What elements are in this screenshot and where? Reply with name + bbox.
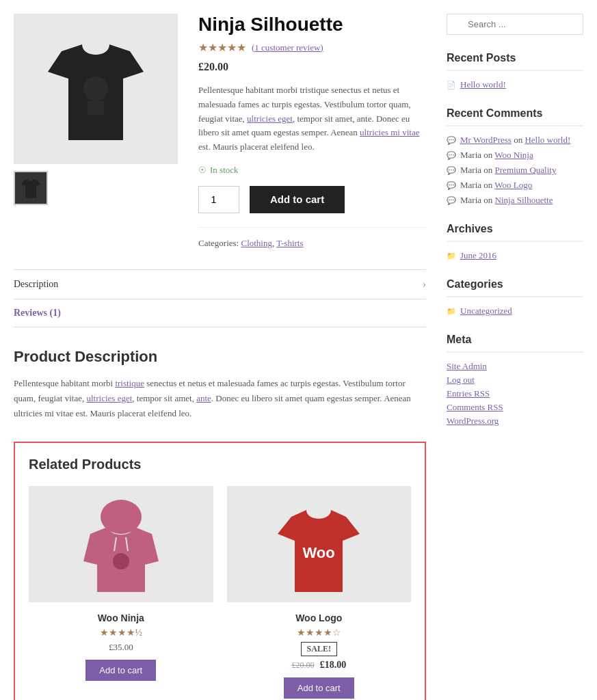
- comment-icon-0: 💬: [447, 136, 456, 145]
- related-products-heading: Related Products: [29, 457, 411, 472]
- woo-tshirt-svg: Woo: [271, 493, 367, 595]
- woo-ninja-image: [29, 486, 213, 602]
- add-to-cart-button[interactable]: Add to cart: [250, 186, 345, 213]
- svg-point-0: [83, 77, 108, 101]
- comment-item-3: 💬 Maria on Woo Logo: [447, 180, 583, 191]
- ultricies-link[interactable]: ultricies eget: [247, 113, 293, 124]
- tristique-link[interactable]: tristique: [115, 378, 144, 388]
- comment-post-1-link[interactable]: Woo Ninja: [494, 150, 533, 160]
- sale-badge: SALE!: [301, 642, 337, 656]
- comment-sep-2: on: [483, 165, 492, 175]
- svg-text:Woo: Woo: [303, 544, 335, 561]
- tab-description[interactable]: Description ›: [14, 270, 426, 299]
- woo-logo-stars: ★★★★☆: [227, 627, 412, 638]
- comment-sep-0: on: [514, 135, 522, 145]
- meta-heading: Meta: [447, 334, 583, 353]
- comment-sep-4: on: [483, 195, 492, 205]
- product-title: Ninja Silhouette: [198, 14, 426, 36]
- review-link[interactable]: (1 customer review): [252, 42, 323, 53]
- search-wrapper: 🔍: [447, 14, 583, 35]
- comment-icon-1: 💬: [447, 151, 456, 160]
- meta-log-out: Log out: [447, 375, 583, 386]
- sidebar-recent-posts: Recent Posts 📄 Hello world!: [447, 52, 583, 90]
- recent-posts-heading: Recent Posts: [447, 52, 583, 71]
- meta-site-admin: Site Admin: [447, 361, 583, 372]
- quantity-input[interactable]: [198, 186, 239, 213]
- log-out-link[interactable]: Log out: [447, 375, 475, 385]
- product-description-heading: Product Description: [14, 348, 426, 366]
- meta-links: Site Admin Log out Entries RSS Comments …: [447, 361, 583, 427]
- comment-item-1: 💬 Maria on Woo Ninja: [447, 150, 583, 161]
- comments-rss-link[interactable]: Comments RSS: [447, 402, 503, 412]
- comment-post-2-link[interactable]: Premium Quality: [495, 165, 557, 175]
- ultricies-link3[interactable]: ultricies eget: [87, 393, 133, 403]
- ultricies-link2[interactable]: ultricies mi vitae: [360, 127, 419, 137]
- woo-ninja-price: £35.00: [29, 642, 213, 653]
- meta-comments-rss: Comments RSS: [447, 402, 583, 413]
- woo-logo-sale-price: £18.00: [320, 660, 347, 670]
- search-input[interactable]: [447, 14, 583, 35]
- tab-description-label: Description: [14, 279, 58, 290]
- comment-icon-3: 💬: [447, 181, 456, 190]
- hoodie-svg: [73, 493, 169, 595]
- product-images: [14, 14, 178, 249]
- woo-ninja-stars: ★★★★½: [29, 627, 213, 638]
- product-section: Ninja Silhouette ★★★★★ (1 customer revie…: [14, 14, 426, 249]
- tabs-section: Description › Reviews (1): [14, 269, 426, 327]
- entries-rss-link[interactable]: Entries RSS: [447, 388, 490, 399]
- category-clothing-link[interactable]: Clothing: [241, 238, 272, 248]
- stock-icon: ☉: [198, 165, 207, 176]
- product-card-woo-logo: Woo Woo Logo ★★★★☆ SALE! £20.00 £18.00 A…: [227, 486, 412, 699]
- meta-wordpress-org: WordPress.org: [447, 416, 583, 427]
- archive-june-2016-link[interactable]: June 2016: [460, 250, 496, 261]
- sidebar: 🔍 Recent Posts 📄 Hello world! Recent Com…: [447, 14, 583, 700]
- product-card-woo-ninja: Woo Ninja ★★★★½ £35.00 Add to cart: [29, 486, 213, 699]
- woo-logo-add-to-cart[interactable]: Add to cart: [284, 677, 354, 699]
- comment-post-0-link[interactable]: Hello world!: [525, 135, 570, 145]
- sidebar-recent-comments: Recent Comments 💬 Mr WordPress on Hello …: [447, 107, 583, 206]
- stock-text: In stock: [210, 165, 239, 176]
- woo-logo-original-price: £20.00: [291, 660, 314, 670]
- product-categories: Categories: Clothing, T-shirts: [198, 227, 426, 249]
- tab-reviews[interactable]: Reviews (1): [14, 299, 426, 327]
- product-description-section: Product Description Pellentesque habitan…: [14, 348, 426, 421]
- category-tshirts-link[interactable]: T-shirts: [276, 238, 303, 248]
- stock-status: ☉ In stock: [198, 165, 426, 176]
- categories-heading: Categories: [447, 278, 583, 297]
- svg-point-5: [113, 553, 129, 569]
- comment-author-3: Maria: [460, 180, 481, 190]
- comment-author-1: Maria: [460, 150, 481, 160]
- folder-icon-cat-0: 📁: [447, 307, 456, 316]
- hello-world-link[interactable]: Hello world!: [460, 79, 506, 90]
- comment-sep-3: on: [483, 180, 492, 190]
- product-stars: ★★★★★: [198, 41, 246, 54]
- recent-comments-heading: Recent Comments: [447, 107, 583, 126]
- comment-author-4: Maria: [460, 195, 481, 205]
- comment-icon-4: 💬: [447, 196, 456, 205]
- category-uncategorized-link[interactable]: Uncategorized: [460, 306, 512, 317]
- ante-link[interactable]: ante: [196, 393, 211, 403]
- product-main-image: [14, 14, 178, 164]
- sidebar-categories: Categories 📁 Uncategorized: [447, 278, 583, 317]
- page-wrapper: Ninja Silhouette ★★★★★ (1 customer revie…: [0, 0, 597, 700]
- comment-icon-2: 💬: [447, 166, 456, 175]
- woo-ninja-add-to-cart[interactable]: Add to cart: [85, 660, 156, 681]
- product-description-content: Pellentesque habitant morbi tristique se…: [14, 376, 426, 421]
- comment-post-4-link[interactable]: Ninja Silhouette: [495, 195, 553, 205]
- svg-rect-1: [88, 101, 104, 115]
- recent-post-hello-world: 📄 Hello world!: [447, 79, 583, 90]
- sidebar-search: 🔍: [447, 14, 583, 35]
- thumbnail-tshirt-svg: [18, 175, 43, 201]
- comment-sep-1: on: [483, 150, 492, 160]
- comment-post-3-link[interactable]: Woo Logo: [494, 180, 532, 190]
- wordpress-org-link[interactable]: WordPress.org: [447, 416, 499, 426]
- comment-author-0-link[interactable]: Mr WordPress: [460, 135, 512, 145]
- product-thumbnail[interactable]: [14, 171, 48, 205]
- woo-logo-price: SALE! £20.00 £18.00: [227, 642, 412, 671]
- related-products-section: Related Products: [14, 442, 426, 700]
- main-layout: Ninja Silhouette ★★★★★ (1 customer revie…: [14, 14, 583, 700]
- woo-logo-image: Woo: [227, 486, 412, 602]
- site-admin-link[interactable]: Site Admin: [447, 361, 487, 371]
- archives-heading: Archives: [447, 223, 583, 242]
- comment-item-4: 💬 Maria on Ninja Silhouette: [447, 195, 583, 206]
